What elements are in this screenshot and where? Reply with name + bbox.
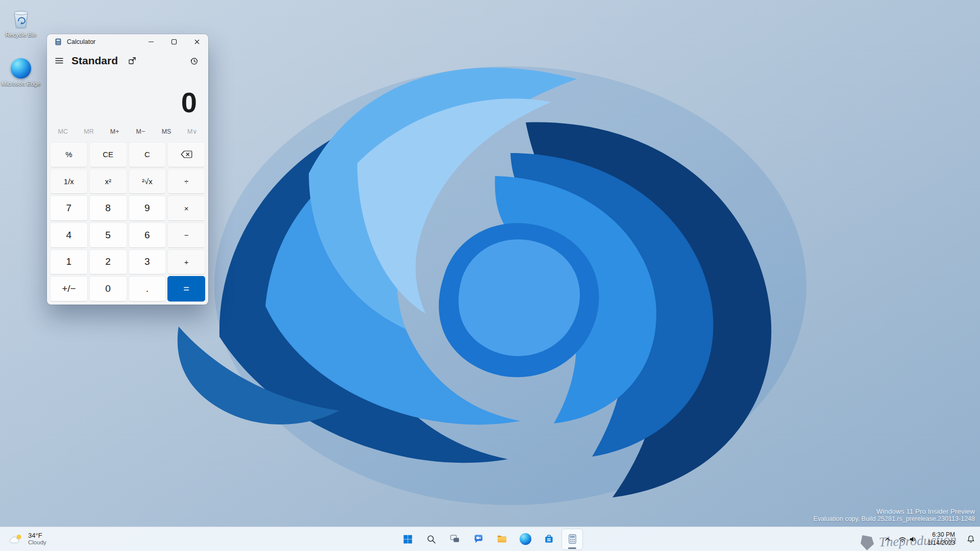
edge-icon — [11, 58, 31, 79]
system-tray: 6:30 PM 1/14/2023 — [880, 527, 979, 551]
taskbar-search-button[interactable] — [421, 529, 442, 549]
search-icon — [426, 534, 437, 545]
calculator-keypad: % CE C 1/x x² ²√x ÷ 7 8 9 × 4 5 6 − 1 2 … — [47, 140, 208, 305]
navigation-menu-button[interactable] — [50, 52, 68, 69]
memory-store-button[interactable]: MS — [154, 123, 180, 140]
key-multiply[interactable]: × — [167, 195, 205, 221]
chevron-up-icon — [884, 536, 891, 542]
watermark-line2: Evaluation copy. Build 25281.rs_prerelea… — [814, 515, 975, 522]
memory-recall-button[interactable]: MR — [76, 123, 102, 140]
key-negate[interactable]: +/− — [50, 276, 88, 302]
key-4[interactable]: 4 — [50, 222, 88, 248]
key-clear[interactable]: C — [129, 142, 166, 167]
taskbar-store-button[interactable] — [538, 529, 559, 549]
maximize-icon — [171, 39, 177, 45]
history-icon — [189, 56, 199, 66]
key-backspace[interactable] — [167, 142, 205, 167]
taskbar-calculator-button[interactable] — [562, 529, 582, 549]
hamburger-menu-icon — [55, 56, 64, 65]
history-button[interactable] — [185, 52, 203, 69]
active-app-indicator — [568, 547, 576, 549]
key-clear-entry[interactable]: CE — [89, 142, 127, 167]
wifi-icon — [898, 536, 906, 543]
weather-cloudy-icon — [8, 533, 23, 545]
keep-on-top-icon — [128, 56, 137, 65]
calculator-window: Calculator Standard — [47, 34, 208, 305]
key-subtract[interactable]: − — [167, 222, 205, 248]
taskbar-file-explorer-button[interactable] — [492, 529, 512, 549]
quick-settings-button[interactable] — [895, 529, 920, 549]
close-icon — [194, 39, 200, 45]
volume-icon — [910, 536, 917, 543]
window-controls — [139, 34, 208, 49]
bell-icon — [966, 535, 975, 544]
memory-add-button[interactable]: M+ — [102, 123, 128, 140]
minimize-icon — [148, 39, 154, 45]
close-button[interactable] — [185, 34, 208, 49]
taskbar-edge-button[interactable] — [515, 529, 535, 549]
recycle-bin-icon — [10, 7, 32, 30]
calculator-mode-title: Standard — [71, 55, 118, 67]
taskbar-chat-button[interactable] — [468, 529, 488, 549]
key-2[interactable]: 2 — [89, 249, 127, 275]
minimize-button[interactable] — [139, 34, 162, 49]
taskbar-task-view-button[interactable] — [445, 529, 465, 549]
key-0[interactable]: 0 — [89, 276, 127, 302]
weather-condition: Cloudy — [28, 539, 46, 546]
key-equals[interactable]: = — [167, 276, 205, 302]
calculator-display: 0 — [47, 72, 208, 123]
key-8[interactable]: 8 — [89, 195, 127, 221]
memory-subtract-button[interactable]: M− — [128, 123, 154, 140]
key-6[interactable]: 6 — [129, 222, 166, 248]
chat-icon — [473, 533, 484, 545]
desktop-icon-label: Recycle Bin — [6, 31, 37, 38]
weather-widget-button[interactable]: 34°F Cloudy — [2, 529, 53, 549]
key-square-root[interactable]: ²√x — [129, 169, 166, 194]
start-icon — [402, 534, 413, 545]
tray-date: 1/14/2023 — [928, 539, 955, 547]
key-add[interactable]: + — [167, 249, 205, 275]
key-percent[interactable]: % — [50, 142, 88, 167]
calculator-taskbar-icon — [567, 533, 578, 545]
calculator-titlebar[interactable]: Calculator — [47, 34, 208, 49]
file-explorer-icon — [496, 533, 508, 545]
memory-bar: MC MR M+ M− MS M∨ — [47, 123, 208, 140]
evaluation-watermark: Windows 11 Pro Insider Preview Evaluatio… — [814, 508, 975, 522]
window-title: Calculator — [67, 38, 95, 45]
hidden-icons-button[interactable] — [880, 529, 895, 549]
taskbar-center-apps — [398, 529, 582, 549]
edge-browser-icon — [520, 533, 531, 545]
desktop-icon-recycle-bin[interactable]: Recycle Bin — [1, 7, 41, 38]
task-view-icon — [449, 534, 460, 545]
backspace-icon — [181, 151, 192, 158]
watermark-line1: Windows 11 Pro Insider Preview — [814, 508, 975, 515]
maximize-button[interactable] — [162, 34, 185, 49]
datetime-button[interactable]: 6:30 PM 1/14/2023 — [920, 529, 963, 549]
key-divide[interactable]: ÷ — [167, 169, 205, 194]
key-5[interactable]: 5 — [89, 222, 127, 248]
notifications-button[interactable] — [963, 529, 979, 549]
desktop-icon-label: Microsoft Edge — [2, 80, 41, 87]
taskbar: 34°F Cloudy — [0, 527, 980, 551]
memory-clear-button[interactable]: MC — [50, 123, 76, 140]
taskbar-start-button[interactable] — [398, 529, 418, 549]
key-reciprocal[interactable]: 1/x — [50, 169, 88, 194]
key-7[interactable]: 7 — [50, 195, 88, 221]
calculator-nav: Standard — [47, 49, 208, 72]
desktop-icon-microsoft-edge[interactable]: Microsoft Edge — [1, 58, 41, 87]
weather-temperature: 34°F — [28, 532, 46, 540]
key-1[interactable]: 1 — [50, 249, 88, 275]
store-icon — [543, 533, 555, 545]
calculator-app-icon — [54, 38, 62, 46]
key-3[interactable]: 3 — [129, 249, 166, 275]
key-decimal[interactable]: . — [129, 276, 166, 302]
key-square[interactable]: x² — [89, 169, 127, 194]
tray-time: 6:30 PM — [928, 531, 955, 539]
memory-flyout-button[interactable]: M∨ — [179, 123, 205, 140]
key-9[interactable]: 9 — [129, 195, 166, 221]
keep-on-top-button[interactable] — [123, 52, 141, 69]
